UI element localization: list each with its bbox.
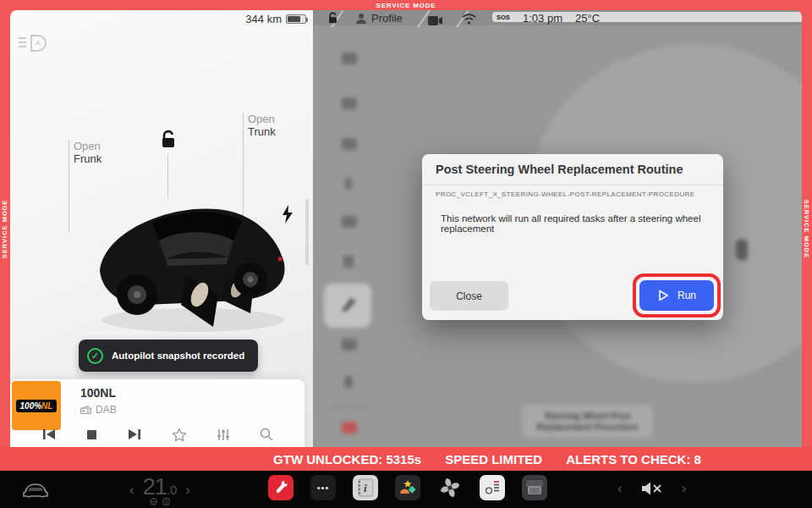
open-frunk-button[interactable]: Open Frunk — [74, 140, 102, 165]
headlight-auto-icon: A — [15, 32, 49, 54]
procedure-id: PROC_VCLEFT_X_STEERING-WHEEL-POST-REPLAC… — [436, 190, 695, 198]
toybox-shapes-icon — [398, 478, 418, 498]
station-name[interactable]: 100NL — [80, 386, 116, 400]
printer-icon — [524, 478, 545, 497]
sidebar-icon-8 — [344, 376, 353, 388]
sidebar-icon-2 — [342, 97, 357, 109]
media-source: DAB — [80, 404, 117, 416]
dashcam-icon[interactable] — [428, 14, 442, 29]
statusbar-right: Profile SOS 1:03 pm 25°C — [313, 10, 802, 25]
volume-controls: ‹ › — [617, 478, 686, 500]
defrost-icon — [162, 498, 170, 505]
notebook-info-icon: i — [356, 478, 375, 497]
wrench-icon — [339, 297, 356, 314]
fan-icon — [438, 476, 462, 500]
service-alert-bar: GTW UNLOCKED: 5315s SPEED LIMITED ALERTS… — [0, 447, 812, 471]
next-track-button[interactable] — [127, 428, 142, 440]
media-player: 100%NL 100NL DAB — [10, 379, 304, 447]
open-trunk-button[interactable]: Open Trunk — [248, 113, 276, 138]
trunk-printer-app-icon[interactable] — [522, 475, 547, 500]
muted-speaker-icon[interactable] — [641, 481, 663, 496]
vehicle-3d-view[interactable] — [85, 176, 298, 345]
wrench-icon — [273, 480, 288, 495]
close-button[interactable]: Close — [430, 281, 508, 311]
check-circle-icon: ✓ — [87, 348, 103, 364]
taskbar: ‹ 21.0 › ••• i — [0, 471, 812, 508]
steering-wheel-procedure-button: Steering Wheel Post Replacement Procedur… — [522, 405, 653, 438]
sidebar-icon-1 — [342, 52, 357, 64]
microphone-icon — [736, 239, 748, 261]
alerts-to-check-status: ALERTS TO CHECK: 8 — [566, 452, 701, 467]
search-button[interactable] — [260, 428, 273, 441]
previous-track-button[interactable] — [41, 428, 57, 440]
svg-text:i: i — [364, 482, 367, 494]
media-controls — [10, 423, 304, 445]
volume-down-button[interactable]: ‹ — [617, 478, 623, 500]
person-icon — [355, 13, 367, 25]
frunk-pointer-line — [69, 140, 69, 233]
panel-scrollbar[interactable] — [305, 199, 309, 265]
profile-button[interactable]: Profile — [355, 12, 403, 25]
car-visualization-panel: 344 km A Open Frunk Open Trunk — [10, 10, 313, 447]
main-content: 344 km A Open Frunk Open Trunk — [10, 10, 802, 447]
sidebar-icon-7 — [342, 339, 357, 351]
modal-title: Post Steering Wheel Replacement Routine — [436, 163, 683, 176]
outside-temperature: 25°C — [575, 12, 600, 25]
tuner-app-icon[interactable] — [480, 475, 505, 500]
toybox-app-icon[interactable] — [395, 475, 420, 500]
volume-up-button[interactable]: › — [682, 478, 687, 500]
sidebar-selected-service-tab — [324, 284, 371, 328]
lock-status-icon[interactable] — [326, 12, 339, 25]
service-mode-banner-right: SERVICE MODE — [802, 10, 812, 447]
autopilot-toast: ✓ Autopilot snapshot recorded — [79, 340, 258, 372]
clock: 1:03 pm — [523, 12, 562, 25]
run-button[interactable]: Run — [639, 280, 714, 311]
gtw-unlocked-status: GTW UNLOCKED: 5315s — [273, 452, 421, 467]
service-app-icon[interactable] — [268, 475, 294, 500]
radio-icon — [80, 406, 91, 414]
wifi-icon[interactable] — [462, 13, 476, 28]
dials-icon — [483, 478, 502, 497]
procedure-modal: Post Steering Wheel Replacement Routine … — [422, 154, 723, 320]
modal-divider — [422, 185, 723, 185]
climate-status-icons — [132, 498, 188, 505]
speed-limited-status: SPEED LIMITED — [445, 452, 542, 467]
statusbar-left — [10, 10, 313, 25]
unlock-icon[interactable] — [159, 130, 178, 150]
svg-text:A: A — [36, 39, 41, 47]
stop-button[interactable] — [86, 429, 97, 440]
favorite-star-button[interactable] — [172, 428, 187, 442]
service-mode-frame: SERVICE MODE SERVICE MODE SERVICE MODE 3… — [0, 0, 812, 508]
sidebar-icon-5 — [342, 216, 357, 228]
sidebar-icon-6 — [343, 256, 354, 268]
steering-heater-icon — [150, 498, 157, 505]
manual-app-icon[interactable]: i — [353, 475, 378, 500]
modal-description: This network will run all required tasks… — [441, 213, 711, 234]
service-app-panel: Steering Wheel Post Replacement Procedur… — [313, 10, 802, 447]
service-mode-banner-left: SERVICE MODE — [0, 10, 10, 447]
service-mode-banner-top: SERVICE MODE — [0, 0, 812, 10]
more-apps-icon[interactable]: ••• — [310, 475, 336, 500]
fan-app-icon[interactable] — [437, 475, 463, 500]
sidebar-divider — [330, 406, 369, 408]
sidebar-icon-3 — [342, 138, 357, 150]
sidebar-exit-icon — [342, 422, 357, 433]
vehicle-controls-icon[interactable] — [22, 480, 49, 499]
sidebar-icon-4 — [345, 178, 352, 190]
temperature-value[interactable]: 21.0 — [143, 474, 178, 500]
play-icon — [657, 290, 669, 301]
run-button-highlight-ring: Run — [633, 273, 721, 318]
equalizer-button[interactable] — [217, 428, 230, 441]
